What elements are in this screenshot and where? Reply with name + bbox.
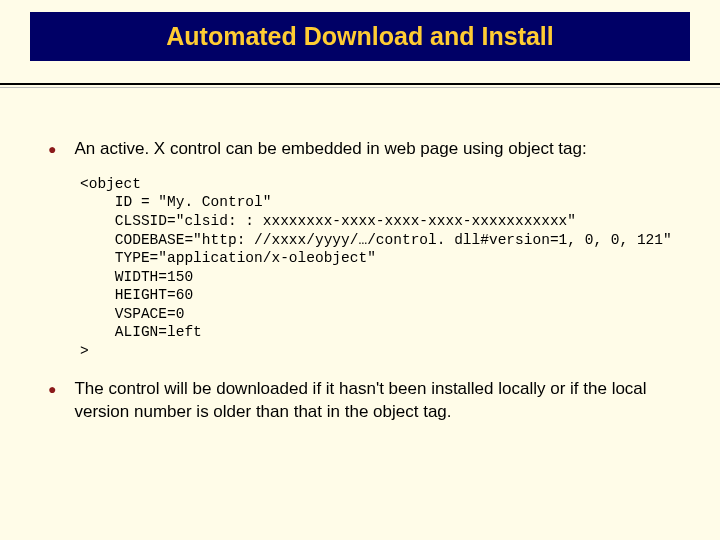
bullet-marker-icon: ● <box>48 141 56 157</box>
bullet-text-2: The control will be downloaded if it has… <box>74 378 672 424</box>
content-area: ● An active. X control can be embedded i… <box>0 88 720 424</box>
code-block: <object ID = "My. Control" CLSSID="clsid… <box>80 175 672 360</box>
divider-dark <box>0 83 720 85</box>
slide-title: Automated Download and Install <box>166 22 554 50</box>
bullet-text-1: An active. X control can be embedded in … <box>74 138 586 161</box>
bullet-marker-icon: ● <box>48 381 56 397</box>
title-bar: Automated Download and Install <box>30 12 690 61</box>
bullet-item-2: ● The control will be downloaded if it h… <box>48 378 672 424</box>
bullet-item-1: ● An active. X control can be embedded i… <box>48 138 672 161</box>
